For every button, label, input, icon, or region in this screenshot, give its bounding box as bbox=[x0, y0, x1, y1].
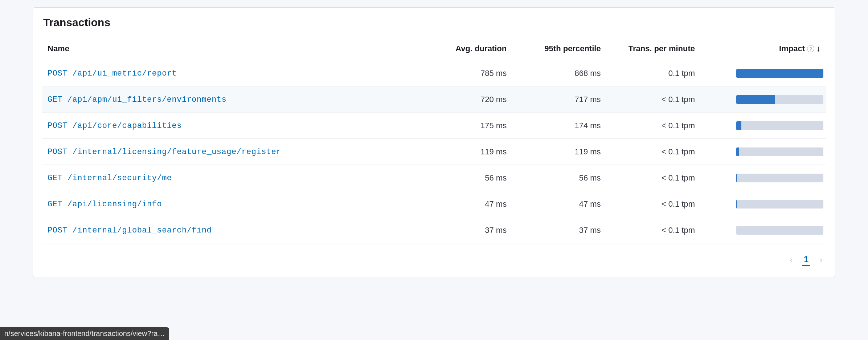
cell-avg-duration: 56 ms bbox=[418, 165, 512, 191]
transaction-link[interactable]: GET /internal/security/me bbox=[48, 174, 172, 183]
cell-tpm: < 0.1 tpm bbox=[607, 191, 701, 217]
sort-descending-icon: ↓ bbox=[816, 45, 820, 53]
cell-tpm: < 0.1 tpm bbox=[607, 86, 701, 113]
pagination-prev[interactable]: ‹ bbox=[790, 254, 793, 266]
cell-avg-duration: 37 ms bbox=[418, 217, 512, 243]
cell-transaction-name: POST /internal/licensing/feature_usage/r… bbox=[42, 139, 418, 165]
impact-bar bbox=[736, 69, 823, 78]
pagination-next[interactable]: › bbox=[819, 254, 823, 266]
cell-impact bbox=[701, 191, 826, 217]
cell-p95: 56 ms bbox=[512, 165, 606, 191]
cell-transaction-name: POST /internal/global_search/find bbox=[42, 217, 418, 243]
cell-impact bbox=[701, 86, 826, 113]
impact-bar bbox=[736, 174, 823, 182]
impact-bar-fill bbox=[736, 121, 741, 130]
cell-p95: 119 ms bbox=[512, 139, 606, 165]
impact-bar bbox=[736, 200, 823, 209]
cell-impact bbox=[701, 217, 826, 243]
table-row: POST /api/core/capabilities175 ms174 ms<… bbox=[42, 113, 826, 139]
transactions-panel: Transactions Name Avg. duration 95th per… bbox=[33, 7, 835, 277]
cell-impact bbox=[701, 113, 826, 139]
cell-avg-duration: 720 ms bbox=[418, 86, 512, 113]
cell-tpm: 0.1 tpm bbox=[607, 60, 701, 86]
cell-tpm: < 0.1 tpm bbox=[607, 217, 701, 243]
impact-bar-fill bbox=[736, 147, 739, 156]
cell-avg-duration: 47 ms bbox=[418, 191, 512, 217]
table-row: POST /internal/global_search/find37 ms37… bbox=[42, 217, 826, 243]
cell-transaction-name: GET /internal/security/me bbox=[42, 165, 418, 191]
impact-bar-fill bbox=[736, 69, 823, 78]
transaction-link[interactable]: POST /internal/global_search/find bbox=[48, 226, 212, 235]
panel-title: Transactions bbox=[42, 16, 826, 29]
col-header-name[interactable]: Name bbox=[42, 37, 418, 60]
col-header-impact[interactable]: Impact ? ↓ bbox=[701, 37, 826, 60]
impact-bar-fill bbox=[736, 95, 775, 104]
cell-p95: 37 ms bbox=[512, 217, 606, 243]
impact-bar bbox=[736, 147, 823, 156]
cell-transaction-name: GET /api/licensing/info bbox=[42, 191, 418, 217]
cell-p95: 174 ms bbox=[512, 113, 606, 139]
help-icon[interactable]: ? bbox=[807, 45, 814, 52]
pagination-current[interactable]: 1 bbox=[802, 254, 810, 266]
transaction-link[interactable]: POST /api/core/capabilities bbox=[48, 121, 182, 130]
col-header-tpm[interactable]: Trans. per minute bbox=[607, 37, 701, 60]
impact-bar bbox=[736, 95, 823, 104]
table-row: GET /api/apm/ui_filters/environments720 … bbox=[42, 86, 826, 113]
table-row: GET /internal/security/me56 ms56 ms< 0.1… bbox=[42, 165, 826, 191]
pagination: ‹ 1 › bbox=[42, 254, 826, 266]
transaction-link[interactable]: POST /internal/licensing/feature_usage/r… bbox=[48, 147, 281, 157]
impact-bar bbox=[736, 226, 823, 235]
cell-transaction-name: POST /api/ui_metric/report bbox=[42, 60, 418, 86]
cell-tpm: < 0.1 tpm bbox=[607, 165, 701, 191]
impact-bar-fill bbox=[736, 200, 737, 209]
cell-avg-duration: 119 ms bbox=[418, 139, 512, 165]
table-row: POST /api/ui_metric/report785 ms868 ms0.… bbox=[42, 60, 826, 86]
transaction-link[interactable]: POST /api/ui_metric/report bbox=[48, 69, 177, 78]
cell-transaction-name: GET /api/apm/ui_filters/environments bbox=[42, 86, 418, 113]
col-header-avg-duration[interactable]: Avg. duration bbox=[418, 37, 512, 60]
browser-status-bar: n/services/kibana-frontend/transactions/… bbox=[0, 327, 169, 340]
cell-impact bbox=[701, 60, 826, 86]
transaction-link[interactable]: GET /api/apm/ui_filters/environments bbox=[48, 95, 226, 104]
impact-bar-fill bbox=[736, 174, 737, 182]
cell-avg-duration: 785 ms bbox=[418, 60, 512, 86]
col-header-impact-label: Impact bbox=[779, 44, 805, 53]
table-row: GET /api/licensing/info47 ms47 ms< 0.1 t… bbox=[42, 191, 826, 217]
cell-p95: 717 ms bbox=[512, 86, 606, 113]
cell-transaction-name: POST /api/core/capabilities bbox=[42, 113, 418, 139]
transaction-link[interactable]: GET /api/licensing/info bbox=[48, 200, 162, 209]
cell-impact bbox=[701, 165, 826, 191]
table-header-row: Name Avg. duration 95th percentile Trans… bbox=[42, 37, 826, 60]
cell-impact bbox=[701, 139, 826, 165]
impact-bar bbox=[736, 121, 823, 130]
cell-tpm: < 0.1 tpm bbox=[607, 113, 701, 139]
cell-tpm: < 0.1 tpm bbox=[607, 139, 701, 165]
cell-p95: 868 ms bbox=[512, 60, 606, 86]
transactions-table: Name Avg. duration 95th percentile Trans… bbox=[42, 37, 826, 243]
col-header-p95[interactable]: 95th percentile bbox=[512, 37, 606, 60]
cell-p95: 47 ms bbox=[512, 191, 606, 217]
table-row: POST /internal/licensing/feature_usage/r… bbox=[42, 139, 826, 165]
cell-avg-duration: 175 ms bbox=[418, 113, 512, 139]
